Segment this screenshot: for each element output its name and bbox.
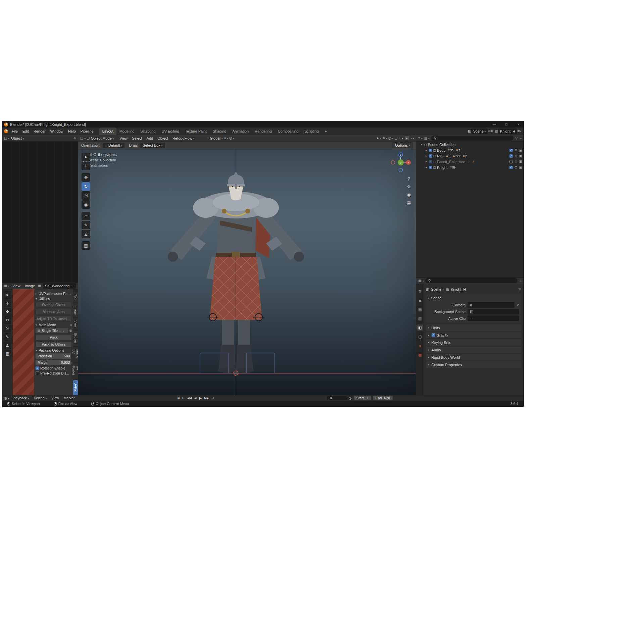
transform-orientation-dropdown[interactable]: Global bbox=[210, 136, 222, 140]
annotate-tool[interactable]: ✎ bbox=[82, 221, 90, 229]
collection-label[interactable]: Knight bbox=[437, 165, 447, 169]
workspace-tab-modeling[interactable]: Modeling bbox=[116, 128, 138, 135]
timeline-editor-type-icon[interactable]: ◷ bbox=[4, 396, 9, 400]
collection-enable-checkbox[interactable] bbox=[429, 166, 432, 169]
uv-scale-tool[interactable]: ⇲ bbox=[4, 325, 11, 332]
workspace-tab-sculpting[interactable]: Sculpting bbox=[137, 128, 158, 135]
outliner-search-input[interactable]: ⚲ bbox=[431, 136, 513, 141]
tab-output[interactable]: ▤ bbox=[416, 306, 423, 312]
disable-render-icon[interactable]: ▣ bbox=[519, 154, 522, 158]
menu-file[interactable]: File bbox=[9, 129, 20, 134]
workspace-tab-texture-paint[interactable]: Texture Paint bbox=[182, 128, 210, 135]
shading-rendered-icon[interactable]: ◑ bbox=[410, 136, 414, 140]
image-browse-icon[interactable]: ▦ bbox=[38, 284, 41, 288]
menu-help[interactable]: Help bbox=[66, 129, 78, 134]
hide-eye-icon[interactable]: ⊙ bbox=[514, 154, 517, 158]
keying-menu[interactable]: Keying bbox=[32, 396, 48, 400]
uv-select-tool[interactable]: ➤ bbox=[4, 291, 11, 299]
uv-annotate-tool[interactable]: ✎ bbox=[4, 333, 11, 341]
pre-rotation-checkbox[interactable] bbox=[36, 371, 39, 375]
disable-render-icon[interactable]: ▣ bbox=[519, 160, 522, 163]
blender-menu-icon[interactable] bbox=[4, 129, 8, 133]
properties-options-icon[interactable] bbox=[519, 279, 522, 283]
options-button[interactable]: Options bbox=[392, 142, 413, 148]
collection-enable-checkbox[interactable] bbox=[429, 160, 432, 163]
vp-menu-object[interactable]: Object bbox=[156, 136, 170, 141]
main-mode-header[interactable]: Main Mode ≡ bbox=[36, 323, 72, 327]
tab-scene[interactable]: ◧ bbox=[416, 325, 423, 331]
overlays-toggle-icon[interactable]: ◎ bbox=[388, 136, 393, 140]
tab-view[interactable]: View bbox=[73, 318, 78, 330]
zoom-icon[interactable]: ⚲ bbox=[407, 176, 411, 181]
outliner-editor-type-icon[interactable]: ≡ bbox=[418, 136, 422, 140]
prev-keyframe-button[interactable]: ◀◀ bbox=[187, 396, 192, 400]
image-datablock[interactable]: SK_Wandering_Knig bbox=[43, 283, 76, 289]
outliner-row-scene-collection[interactable]: ▢ Scene Collection bbox=[416, 142, 524, 147]
vp-menu-view[interactable]: View bbox=[118, 136, 129, 141]
object-mode-dropdown[interactable]: Object bbox=[11, 136, 24, 140]
add-cube-tool[interactable]: ▦ bbox=[82, 241, 90, 250]
breadcrumb-item[interactable]: Knight_H bbox=[451, 287, 466, 291]
remove-view-layer-icon[interactable]: × bbox=[520, 130, 522, 133]
keying-sets-panel-header[interactable]: Keying Sets bbox=[426, 339, 521, 346]
vp-menu-add[interactable]: Add bbox=[145, 136, 155, 141]
lattice-box-left-foot[interactable] bbox=[200, 353, 229, 373]
hide-eye-icon[interactable]: ⊙ bbox=[514, 165, 517, 169]
interaction-mode-dropdown[interactable]: Object Mode bbox=[91, 136, 114, 140]
vp-menu-retopoflow[interactable]: RetopoFlow bbox=[171, 136, 196, 141]
scene-browse-icon[interactable]: ◧ bbox=[468, 129, 471, 133]
workspace-tab-layout[interactable]: Layout bbox=[99, 128, 116, 135]
transform-tool[interactable]: ◉ bbox=[82, 200, 90, 209]
outliner-row-rig[interactable]: ▢ RIG ♟3 ♟222 ◆2 ⊙ ▣ bbox=[416, 153, 524, 159]
frame-start-field[interactable]: Start 1 bbox=[354, 396, 371, 400]
utilities-header[interactable]: Utilities bbox=[36, 297, 72, 301]
tab-image[interactable]: Image bbox=[73, 303, 78, 317]
tab-tool[interactable]: ⚒ bbox=[416, 288, 423, 294]
packing-options-header[interactable]: Packing Options bbox=[36, 348, 72, 352]
outliner-display-mode-icon[interactable]: ▦ bbox=[424, 136, 430, 140]
camera-field[interactable]: ◙ bbox=[467, 302, 514, 308]
collection-label[interactable]: Faceit_Collection bbox=[437, 160, 465, 164]
tab-render[interactable]: ◙ bbox=[416, 297, 423, 303]
uv-rotate-tool[interactable]: ↻ bbox=[4, 316, 11, 324]
tab-uv-toolkit[interactable]: UV Toolkit bbox=[71, 363, 78, 379]
exclude-checkbox[interactable] bbox=[509, 149, 513, 152]
gravity-checkbox[interactable] bbox=[432, 333, 435, 337]
properties-search-input[interactable]: ⚲ bbox=[425, 278, 517, 283]
background-scene-field[interactable]: ◧ bbox=[467, 309, 519, 314]
disable-render-icon[interactable]: ▣ bbox=[519, 165, 522, 169]
secondary-editor-canvas[interactable] bbox=[2, 142, 78, 282]
collection-label[interactable]: Scene Collection bbox=[428, 143, 456, 147]
scene-selector[interactable]: Scene bbox=[471, 129, 488, 134]
scene-panel-header[interactable]: Scene bbox=[428, 295, 519, 301]
navigation-gizmo[interactable]: z Y x bbox=[390, 151, 412, 174]
jump-to-start-button[interactable]: ⇤ bbox=[182, 396, 185, 400]
workspace-tab-animation[interactable]: Animation bbox=[229, 128, 252, 135]
drag-dropdown[interactable]: Select Box bbox=[140, 143, 165, 148]
uv-menu-image[interactable]: Image bbox=[23, 283, 37, 289]
exclude-checkbox[interactable] bbox=[509, 166, 513, 169]
disable-render-icon[interactable]: ▣ bbox=[519, 148, 522, 152]
image-name[interactable]: SK_Wandering_Knig bbox=[45, 284, 74, 288]
xray-toggle-icon[interactable]: ◫ bbox=[394, 136, 397, 140]
gizmos-toggle-icon[interactable]: ✥ bbox=[382, 136, 387, 140]
pin-id-icon[interactable]: ⊚ bbox=[518, 288, 521, 291]
custom-properties-panel-header[interactable]: Custom Properties bbox=[426, 361, 521, 368]
playback-menu[interactable]: Playback bbox=[11, 396, 30, 400]
scene-pin-icon[interactable]: ⊚ bbox=[488, 130, 490, 133]
view-layer-browse-icon[interactable]: ▦ bbox=[495, 129, 498, 133]
frame-end-field[interactable]: End 620 bbox=[373, 396, 393, 400]
rotation-enable-checkbox[interactable] bbox=[36, 366, 39, 370]
uv-menu-view[interactable]: View bbox=[11, 283, 22, 289]
next-keyframe-button[interactable]: ▶▶ bbox=[204, 396, 209, 400]
presets-icon[interactable]: ≡ bbox=[70, 323, 72, 327]
outliner-row-knight[interactable]: ▢ Knight ▽59 ⊙ ▣ bbox=[416, 164, 524, 170]
tab-material[interactable]: ● bbox=[416, 343, 423, 349]
menu-edit[interactable]: Edit bbox=[20, 129, 31, 134]
menu-render[interactable]: Render bbox=[31, 129, 48, 134]
hide-eye-icon[interactable]: ⊙ bbox=[514, 160, 517, 163]
properties-editor-type-icon[interactable]: ▤ bbox=[418, 279, 424, 283]
proportional-edit-icon[interactable]: ◎ bbox=[229, 136, 234, 140]
outliner-row-body[interactable]: ▢ Body ▽30 ✱3 ⊙ ▣ bbox=[416, 147, 524, 153]
units-panel-header[interactable]: Units bbox=[426, 325, 521, 331]
